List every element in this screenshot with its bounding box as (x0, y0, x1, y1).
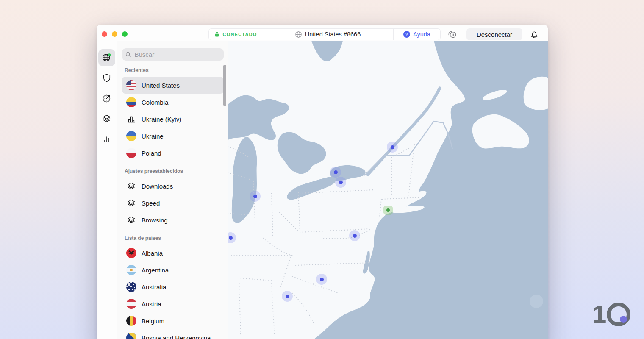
country-row-bosnia[interactable]: Bosnia and Herzegovina (122, 329, 224, 339)
belgium-flag-icon (126, 316, 136, 326)
country-row-label: Bosnia and Herzegovina (142, 334, 211, 339)
faint-offshore-marker (530, 295, 543, 308)
country-row-belgium[interactable]: Belgium (122, 312, 224, 329)
layers-icon (126, 181, 136, 191)
preset-row-label: Speed (142, 200, 160, 207)
world-map[interactable] (228, 41, 548, 339)
watermark-dot (620, 316, 627, 323)
server-row-ukraine[interactable]: Ukraine (122, 128, 224, 144)
map-marker-server[interactable] (250, 191, 261, 202)
country-row-argentina[interactable]: Argentina (122, 261, 224, 278)
shield-icon (101, 72, 112, 83)
server-sidebar: Recientes United States Colombia Ukraine… (117, 41, 228, 339)
app-body: Recientes United States Colombia Ukraine… (97, 41, 548, 339)
notifications-button[interactable] (530, 28, 541, 40)
us-flag-icon (126, 80, 136, 90)
watermark-logo: 1 (592, 302, 630, 327)
section-header-recents: Recientes (125, 67, 221, 73)
server-row-colombia[interactable]: Colombia (122, 94, 224, 111)
section-header-presets: Ajustes preestablecidos (125, 168, 221, 174)
bell-icon (530, 30, 539, 39)
globe-icon (295, 31, 302, 38)
layers-icon (101, 113, 112, 124)
bosnia-flag-icon (126, 333, 136, 339)
map-marker-server[interactable] (282, 291, 293, 302)
server-row-label: Poland (142, 150, 161, 157)
disconnect-button[interactable]: Desconectar (466, 28, 522, 40)
preset-row-label: Browsing (142, 217, 168, 224)
country-row-label: Albania (142, 250, 163, 257)
connected-label: CONECTADO (223, 32, 257, 37)
lock-icon (214, 31, 220, 37)
australia-flag-icon (126, 282, 136, 292)
pause-circle-icon (447, 29, 458, 39)
map-marker-connected[interactable] (383, 206, 393, 215)
preset-row-speed[interactable]: Speed (122, 195, 224, 211)
rail-tab-specialty-servers[interactable] (98, 90, 115, 107)
poland-flag-icon (126, 148, 136, 158)
server-row-ukraine-kyiv[interactable]: Ukraine (Kyiv) (122, 111, 224, 128)
rail-tab-presets[interactable] (98, 110, 115, 127)
server-row-label: Colombia (142, 99, 168, 106)
preset-row-downloads[interactable]: Downloads (122, 178, 224, 195)
search-box[interactable] (122, 48, 224, 61)
server-row-united-states[interactable]: United States (122, 77, 224, 94)
current-server: United States #8666 (262, 29, 394, 40)
desktop: { "titlebar": { "status_pill": { "connec… (0, 0, 644, 339)
server-name-label: United States #8666 (305, 31, 361, 38)
help-button[interactable]: ? Ayuda (394, 29, 440, 40)
target-icon (101, 93, 112, 104)
preset-row-label: Downloads (142, 183, 173, 190)
server-row-label: Ukraine (142, 133, 164, 140)
ukraine-flag-icon (126, 131, 136, 141)
colombia-flag-icon (126, 97, 136, 107)
watermark-ring (607, 303, 630, 326)
preset-row-browsing[interactable]: Browsing (122, 211, 224, 228)
country-row-label: Australia (142, 283, 166, 291)
server-row-label: Ukraine (Kyiv) (142, 116, 181, 123)
country-row-austria[interactable]: Austria (122, 295, 224, 312)
rail-tab-statistics[interactable] (98, 131, 115, 147)
country-row-australia[interactable]: Australia (122, 278, 224, 295)
albania-flag-icon (126, 248, 136, 258)
sidebar-scrollbar-thumb[interactable] (223, 65, 226, 106)
globe-icon (101, 52, 112, 63)
country-row-label: Argentina (142, 267, 169, 274)
help-label: Ayuda (413, 31, 430, 38)
server-row-poland[interactable]: Poland (122, 144, 224, 161)
map-marker-server[interactable] (349, 230, 360, 241)
search-input[interactable] (133, 50, 220, 58)
layers-icon (126, 198, 136, 208)
watermark-digit: 1 (592, 302, 605, 327)
question-mark-icon: ? (403, 31, 410, 38)
country-row-albania[interactable]: Albania (122, 245, 224, 261)
map-marker-server[interactable] (335, 177, 346, 188)
connection-status: CONECTADO (209, 29, 262, 40)
app-window: CONECTADO United States #8666 ? Ayuda (97, 25, 548, 339)
rail-tab-countries[interactable] (98, 49, 115, 66)
argentina-flag-icon (126, 265, 136, 275)
map-canvas (228, 41, 548, 339)
pause-protection-button[interactable] (447, 28, 459, 40)
layers-icon (126, 215, 136, 225)
server-row-label: United States (142, 82, 180, 89)
austria-flag-icon (126, 299, 136, 309)
section-header-countries: Lista de países (125, 235, 221, 241)
connection-status-pill: CONECTADO United States #8666 ? Ayuda (208, 28, 441, 40)
map-marker-server[interactable] (330, 167, 341, 178)
icon-rail (97, 41, 117, 339)
rail-tab-security[interactable] (98, 69, 115, 86)
titlebar: CONECTADO United States #8666 ? Ayuda (97, 25, 548, 41)
close-window-button[interactable] (102, 31, 107, 37)
map-marker-server[interactable] (387, 142, 398, 153)
city-icon (126, 114, 136, 124)
search-icon (125, 51, 131, 58)
zoom-window-button[interactable] (122, 31, 128, 37)
country-row-label: Austria (142, 300, 161, 308)
map-marker-server[interactable] (316, 274, 327, 285)
stats-bars-icon (101, 133, 112, 144)
minimize-window-button[interactable] (112, 31, 117, 37)
country-row-label: Belgium (142, 317, 164, 325)
